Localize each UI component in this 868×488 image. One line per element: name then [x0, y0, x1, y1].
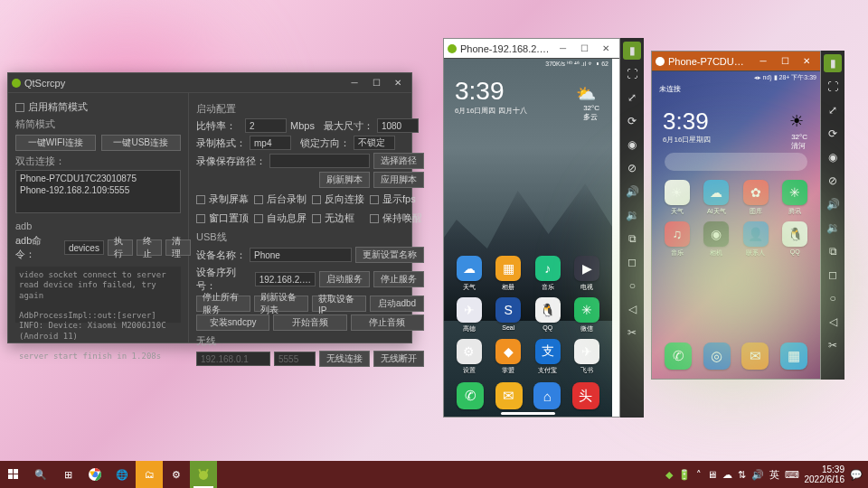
maximize-button[interactable]: ☐: [366, 75, 386, 91]
sidebar-scissors-button[interactable]: ✂: [824, 336, 842, 354]
app-dock[interactable]: 头: [572, 382, 599, 409]
app-dock[interactable]: ✆: [457, 382, 484, 409]
app-dock[interactable]: ✉: [741, 343, 769, 370]
sidebar-eye-button[interactable]: ◉: [623, 136, 641, 154]
edge-taskbar-icon[interactable]: 🌐: [108, 461, 136, 488]
sidebar-vol-up-button[interactable]: 🔊: [623, 183, 641, 201]
tray-android-icon[interactable]: ◆: [665, 469, 673, 481]
sidebar-fullscreen-button[interactable]: ⛶: [824, 78, 842, 96]
sidebar-back-button[interactable]: ◁: [824, 313, 842, 331]
sidebar-vol-down-button[interactable]: 🔉: [824, 219, 842, 237]
sidebar-rotate-button[interactable]: ⟳: [824, 125, 842, 143]
app-相机[interactable]: ◉相机: [699, 221, 735, 258]
phone1-min-button[interactable]: ─: [552, 41, 572, 57]
chk-reverse[interactable]: 反向连接: [312, 192, 366, 206]
usb-connect-button[interactable]: 一键USB连接: [101, 135, 182, 151]
app-dock[interactable]: ⌂: [533, 382, 561, 409]
app-联系人[interactable]: 👤联系人: [738, 221, 774, 258]
stop-audio-button[interactable]: 停止音频: [351, 314, 424, 331]
get-ip-button[interactable]: 获取设备IP: [312, 296, 366, 312]
app-电视[interactable]: ▶电视: [570, 256, 606, 292]
serial-select[interactable]: 192.168.2.…: [255, 272, 316, 286]
tray-wifi-icon[interactable]: ⇅: [738, 469, 746, 481]
chk-topmost[interactable]: 窗口置顶: [196, 211, 250, 225]
phone1-close-button[interactable]: ✕: [596, 41, 616, 57]
qtscrcpy-taskbar-icon[interactable]: [190, 461, 217, 488]
chk-borderless[interactable]: 无边框: [312, 211, 366, 225]
sidebar-circle-button[interactable]: ○: [824, 289, 842, 307]
app-音乐[interactable]: ♪音乐: [530, 256, 566, 292]
maxsize-input[interactable]: 1080: [377, 118, 419, 133]
app-dock[interactable]: ▦: [780, 343, 807, 370]
app-图库[interactable]: ✿图库: [738, 180, 774, 216]
app-AI天气[interactable]: ☁AI天气: [699, 180, 735, 216]
home-indicator[interactable]: [501, 412, 555, 415]
chk-record[interactable]: 录制屏幕: [196, 192, 250, 206]
tray-volume-icon[interactable]: 🔊: [751, 469, 764, 481]
apply-script-button[interactable]: 应用脚本: [373, 172, 424, 188]
phone2-screen[interactable]: ◂▸ nd) ▮ 28+ 下午3:39 未连接 3:39 6月16日星期四 ☀ …: [652, 71, 820, 379]
sidebar-expand-button[interactable]: ⤢: [623, 89, 641, 107]
sidebar-no-eye-button[interactable]: ⊘: [824, 172, 842, 190]
bitrate-input[interactable]: 2: [245, 118, 287, 133]
recfmt-select[interactable]: mp4: [250, 136, 291, 150]
app-Seal[interactable]: SSeal: [491, 297, 527, 333]
qt-titlebar[interactable]: QtScrcpy ─ ☐ ✕: [8, 73, 411, 93]
app-高德[interactable]: ✈高德: [451, 297, 487, 333]
start-service-button[interactable]: 启动服务: [319, 271, 370, 287]
app-音乐[interactable]: ♫音乐: [659, 221, 695, 258]
sidebar-rotate-button[interactable]: ⟳: [623, 112, 641, 130]
start-audio-button[interactable]: 开始音频: [273, 314, 346, 331]
adb-cmd-input[interactable]: devices: [64, 240, 104, 255]
app-天气[interactable]: ☀天气: [659, 180, 695, 216]
minimize-button[interactable]: ─: [344, 75, 364, 91]
app-腾讯[interactable]: ✳腾讯: [778, 180, 814, 216]
phone1-screen[interactable]: 370K/s ᴴᴰ ⁴⁶ .ıl ᯤ ▮ 62 3:39 6月16日周四 四月十…: [444, 59, 612, 417]
wl-ip-input[interactable]: 192.168.0.1: [196, 352, 270, 366]
app-dock[interactable]: ◎: [703, 343, 731, 370]
recpath-input[interactable]: [269, 154, 370, 168]
phone2-titlebar[interactable]: Phone-P7CDU… ─ ☐ ✕: [652, 52, 820, 71]
tray-ime[interactable]: 英: [769, 468, 779, 482]
choose-path-button[interactable]: 选择路径: [373, 153, 424, 169]
close-button[interactable]: ✕: [388, 75, 408, 91]
tray-monitor-icon[interactable]: 🖥: [707, 469, 717, 480]
chk-bg-record[interactable]: 后台录制: [254, 192, 308, 206]
phone2-close-button[interactable]: ✕: [797, 53, 816, 70]
sidebar-copy-button[interactable]: ⧉: [824, 242, 842, 260]
tray-cloud-icon[interactable]: ☁: [722, 469, 732, 481]
refresh-dev-button[interactable]: 刷新设备列表: [254, 296, 308, 312]
explorer-taskbar-icon[interactable]: 🗂: [136, 461, 163, 488]
sidebar-screen-icon[interactable]: ▮: [824, 54, 842, 72]
stop-all-button[interactable]: 停止所有服务: [196, 296, 250, 312]
sidebar-copy-button[interactable]: ⧉: [623, 230, 641, 248]
sidebar-square-button[interactable]: ◻: [623, 253, 641, 271]
tray-keyboard-icon[interactable]: ⌨: [785, 469, 799, 481]
adb-stop-button[interactable]: 终止: [137, 239, 162, 256]
sidebar-square-button[interactable]: ◻: [824, 266, 842, 284]
wl-port-input[interactable]: 5555: [274, 352, 316, 366]
chk-keepawake[interactable]: 保持唤醒: [370, 211, 424, 225]
update-name-button[interactable]: 更新设置名称: [355, 247, 424, 263]
sidebar-vol-up-button[interactable]: 🔊: [824, 195, 842, 213]
device-list[interactable]: Phone-P7CDU17C23010875 Phone-192.168.2.1…: [15, 170, 181, 213]
sidebar-screen-icon[interactable]: ▮: [623, 42, 641, 60]
wifi-connect-button[interactable]: 一键WIFI连接: [15, 135, 96, 151]
adb-exec-button[interactable]: 执行: [108, 239, 133, 256]
search-button[interactable]: 🔍: [27, 461, 54, 488]
sidebar-back-button[interactable]: ◁: [623, 300, 641, 318]
settings-taskbar-icon[interactable]: ⚙: [163, 461, 190, 488]
taskview-button[interactable]: ⊞: [54, 461, 81, 488]
sidebar-eye-button[interactable]: ◉: [824, 148, 842, 166]
start-button[interactable]: [0, 461, 27, 488]
app-QQ[interactable]: 🐧QQ: [778, 221, 814, 258]
sidebar-expand-button[interactable]: ⤢: [824, 101, 842, 119]
tray-battery-icon[interactable]: 🔋: [678, 469, 691, 481]
tray-notifications-icon[interactable]: 💬: [850, 469, 863, 481]
app-dock[interactable]: ✆: [665, 343, 692, 370]
start-adbd-button[interactable]: 启动adbd: [370, 296, 424, 312]
lockdir-select[interactable]: 不锁定: [354, 136, 395, 150]
phone2-min-button[interactable]: ─: [753, 53, 773, 70]
app-飞书[interactable]: ✈飞书: [570, 339, 606, 375]
install-sndcpy-button[interactable]: 安装sndcpy: [196, 314, 269, 331]
